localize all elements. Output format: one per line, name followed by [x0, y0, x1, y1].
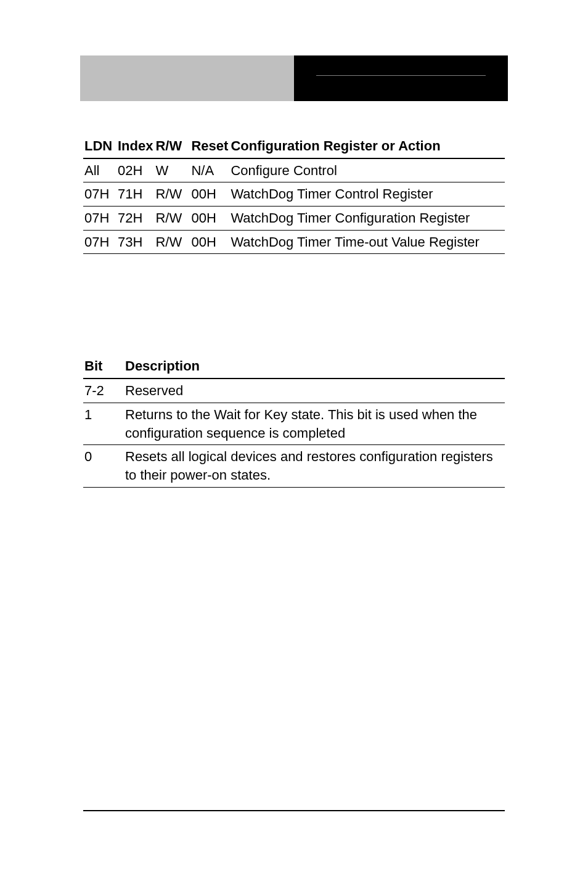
cell-bit: 0 [83, 445, 124, 487]
bit-table-header-row: Bit Description [83, 356, 505, 379]
cell-ldn: All [83, 158, 116, 182]
header-bar [80, 55, 508, 101]
cell-reset: 00H [190, 182, 229, 207]
cell-ldn: 07H [83, 207, 116, 231]
col-header-reset: Reset [190, 136, 229, 158]
page: LDN Index R/W Reset Configuration Regist… [0, 0, 588, 884]
cell-desc: Configure Control [229, 158, 505, 182]
table-row: 7-2 Reserved [83, 379, 505, 403]
cell-index: 73H [116, 230, 154, 254]
cell-desc: Resets all logical devices and restores … [124, 445, 505, 487]
table-row: All 02H W N/A Configure Control [83, 158, 505, 182]
col-header-index: Index [116, 136, 154, 158]
cell-desc: Returns to the Wait for Key state. This … [124, 403, 505, 444]
cell-index: 71H [116, 182, 154, 207]
register-table: LDN Index R/W Reset Configuration Regist… [83, 136, 505, 254]
bit-description-table: Bit Description 7-2 Reserved 1 Returns t… [83, 356, 505, 487]
table-row: 0 Resets all logical devices and restore… [83, 445, 505, 487]
cell-rw: R/W [154, 182, 190, 207]
col-header-bit: Bit [83, 356, 124, 379]
cell-index: 72H [116, 207, 154, 231]
cell-desc: Reserved [124, 379, 505, 403]
cell-bit: 7-2 [83, 379, 124, 403]
header-bar-right [294, 55, 508, 101]
cell-bit: 1 [83, 403, 124, 444]
cell-reset: N/A [190, 158, 229, 182]
header-bar-left [80, 55, 294, 101]
cell-desc: WatchDog Timer Configuration Register [229, 207, 505, 231]
table-row: 07H 73H R/W 00H WatchDog Timer Time-out … [83, 230, 505, 254]
col-header-ldn: LDN [83, 136, 116, 158]
table-row: 1 Returns to the Wait for Key state. Thi… [83, 403, 505, 444]
cell-reset: 00H [190, 230, 229, 254]
table-row: 07H 72H R/W 00H WatchDog Timer Configura… [83, 207, 505, 231]
register-table-header-row: LDN Index R/W Reset Configuration Regist… [83, 136, 505, 158]
cell-rw: R/W [154, 207, 190, 231]
footer-divider [83, 810, 505, 811]
cell-desc: WatchDog Timer Time-out Value Register [229, 230, 505, 254]
cell-desc: WatchDog Timer Control Register [229, 182, 505, 207]
table-row: 07H 71H R/W 00H WatchDog Timer Control R… [83, 182, 505, 207]
cell-rw: R/W [154, 230, 190, 254]
col-header-desc: Configuration Register or Action [229, 136, 505, 158]
cell-ldn: 07H [83, 182, 116, 207]
cell-rw: W [154, 158, 190, 182]
cell-index: 02H [116, 158, 154, 182]
cell-reset: 00H [190, 207, 229, 231]
content-area: LDN Index R/W Reset Configuration Regist… [83, 136, 505, 488]
cell-ldn: 07H [83, 230, 116, 254]
col-header-rw: R/W [154, 136, 190, 158]
col-header-desc: Description [124, 356, 505, 379]
